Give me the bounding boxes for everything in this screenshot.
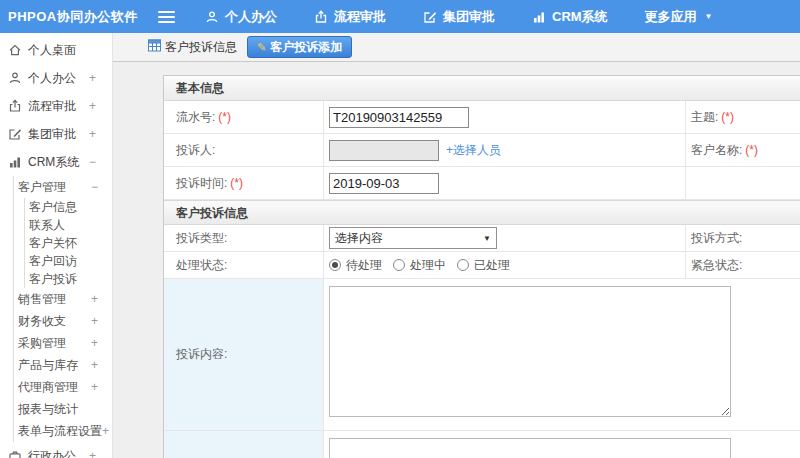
- expand-icon[interactable]: +: [91, 314, 98, 328]
- expand-icon[interactable]: +: [102, 424, 109, 438]
- required-mark: (*): [745, 143, 758, 157]
- next-field-label: [164, 431, 323, 458]
- urgency-label: 紧急状态:: [685, 252, 800, 278]
- sidebar-item-customer-info[interactable]: 客户信息: [25, 198, 112, 216]
- radio-processing[interactable]: [393, 259, 405, 271]
- home-icon: [8, 43, 22, 57]
- form-row-complaint-type: 投诉类型: 选择内容 ▼ 投诉方式:: [164, 225, 800, 252]
- sidebar-item-agents-mgmt[interactable]: 代理商管理 +: [14, 376, 112, 398]
- collapse-icon[interactable]: −: [91, 180, 98, 194]
- topnav-label: 流程审批: [334, 8, 386, 26]
- expand-icon[interactable]: +: [91, 336, 98, 350]
- sidebar-item-customer-callback[interactable]: 客户回访: [25, 252, 112, 270]
- select-personnel-link[interactable]: +选择人员: [446, 142, 501, 159]
- sidebar-item-group-approval[interactable]: 集团审批 +: [0, 120, 112, 148]
- tab-bar: 客户投诉信息 ✎ 客户投诉添加: [113, 33, 800, 62]
- tab-label: 客户投诉添加: [270, 39, 342, 56]
- expand-icon[interactable]: +: [91, 380, 98, 394]
- form-row-next: [164, 431, 800, 458]
- topnav-label: 个人办公: [225, 8, 277, 26]
- top-bar: PHPOA协同办公软件 个人办公 流程审批 集团审批 CRM系统: [0, 0, 800, 33]
- serial-input[interactable]: [329, 107, 469, 128]
- required-mark: (*): [721, 110, 734, 124]
- sidebar-item-contacts[interactable]: 联系人: [25, 216, 112, 234]
- topnav-workflow-approval[interactable]: 流程审批: [314, 8, 386, 26]
- expand-icon[interactable]: +: [89, 71, 96, 85]
- tab-complaint-list[interactable]: 客户投诉信息: [148, 39, 237, 56]
- expand-icon[interactable]: +: [91, 292, 98, 306]
- topnav-crm-system[interactable]: CRM系统: [532, 8, 608, 26]
- customer-mgmt-submenu: 客户信息 联系人 客户关怀 客户回访 客户投诉: [24, 198, 112, 288]
- form-row-complaint-content: 投诉内容:: [164, 279, 800, 431]
- complaint-type-select[interactable]: 选择内容 ▼: [329, 227, 497, 249]
- process-status-radios: 待处理 处理中 已处理: [329, 257, 516, 274]
- sidebar-item-customer-complaint[interactable]: 客户投诉: [25, 270, 112, 288]
- sidebar-item-products-inventory[interactable]: 产品与库存 +: [14, 354, 112, 376]
- complaint-type-label: 投诉类型:: [164, 225, 323, 251]
- expand-icon[interactable]: +: [89, 449, 96, 458]
- select-value: 选择内容: [335, 230, 383, 247]
- topnav-personal-office[interactable]: 个人办公: [205, 8, 277, 26]
- sidebar-item-label: CRM系统: [28, 154, 79, 171]
- topnav-group-approval[interactable]: 集团审批: [423, 8, 495, 26]
- sidebar-item-workflow-approval[interactable]: 流程审批 +: [0, 92, 112, 120]
- process-status-label: 处理状态:: [164, 252, 323, 278]
- next-field-textarea[interactable]: [329, 438, 731, 458]
- user-icon: [205, 10, 219, 24]
- sidebar: 个人桌面 个人办公 + 流程审批 + 集团审批 +: [0, 33, 113, 458]
- expand-icon[interactable]: +: [89, 99, 96, 113]
- approval-edit-icon: [423, 10, 437, 24]
- main-area: 客户投诉信息 ✎ 客户投诉添加 基本信息 流水号: (*): [113, 33, 800, 458]
- required-mark: (*): [230, 176, 243, 190]
- pencil-icon: ✎: [257, 42, 266, 53]
- app-logo: PHPOA协同办公软件: [0, 8, 150, 26]
- sidebar-item-sales-mgmt[interactable]: 销售管理 +: [14, 288, 112, 310]
- sidebar-item-crm-system[interactable]: CRM系统 −: [0, 148, 112, 176]
- expand-icon[interactable]: +: [91, 358, 98, 372]
- sidebar-item-reports-stats[interactable]: 报表与统计: [14, 398, 112, 420]
- complaint-time-input[interactable]: [329, 173, 439, 194]
- sidebar-item-admin-office[interactable]: 行政办公 +: [0, 442, 112, 458]
- complaint-content-textarea[interactable]: [329, 286, 731, 417]
- sidebar-item-label: 集团审批: [28, 126, 76, 143]
- topnav-label: 集团审批: [443, 8, 495, 26]
- complaint-form-panel: 基本信息 流水号: (*) 主题: (*): [163, 75, 800, 458]
- caret-down-icon: ▼: [705, 12, 713, 21]
- complainant-input: [329, 140, 439, 161]
- tab-label: 客户投诉信息: [165, 39, 237, 56]
- sidebar-item-purchasing[interactable]: 采购管理 +: [14, 332, 112, 354]
- crm-submenu: 客户管理 − 客户信息 联系人 客户关怀 客户回访 客户投诉 销售管理 + 财务…: [13, 176, 112, 442]
- briefcase-icon: [8, 449, 22, 458]
- hamburger-menu-icon[interactable]: [158, 11, 175, 23]
- topnav-label: 更多应用: [645, 8, 697, 26]
- sidebar-item-personal-office[interactable]: 个人办公 +: [0, 64, 112, 92]
- topnav-more-apps[interactable]: 更多应用 ▼: [645, 8, 713, 26]
- sidebar-item-customer-care[interactable]: 客户关怀: [25, 234, 112, 252]
- form-row-complainant: 投诉人: +选择人员 客户名称: (*): [164, 134, 800, 167]
- radio-pending[interactable]: [329, 259, 341, 271]
- sidebar-item-form-flow-settings[interactable]: 表单与流程设置 +: [14, 420, 112, 442]
- form-row-complaint-time: 投诉时间: (*): [164, 167, 800, 200]
- expand-icon[interactable]: +: [89, 127, 96, 141]
- complaint-method-label: 投诉方式:: [685, 225, 800, 251]
- section-header-complaint-info: 客户投诉信息: [164, 200, 800, 225]
- serial-label: 流水号: (*): [164, 101, 323, 133]
- sidebar-item-label: 个人办公: [28, 70, 76, 87]
- sidebar-item-personal-desktop[interactable]: 个人桌面: [0, 36, 112, 64]
- collapse-icon[interactable]: −: [89, 155, 96, 169]
- sidebar-item-label: 行政办公: [28, 448, 76, 458]
- tab-complaint-add[interactable]: ✎ 客户投诉添加: [247, 36, 352, 58]
- bar-chart-icon: [8, 155, 22, 169]
- sidebar-item-label: 个人桌面: [28, 42, 76, 59]
- bar-chart-icon: [532, 10, 546, 24]
- sidebar-item-finance[interactable]: 财务收支 +: [14, 310, 112, 332]
- form-row-process-status: 处理状态: 待处理 处理中 已处理 紧急状态:: [164, 252, 800, 279]
- top-nav: 个人办公 流程审批 集团审批 CRM系统 更多应用 ▼: [205, 8, 713, 26]
- form-row-serial: 流水号: (*) 主题: (*): [164, 101, 800, 134]
- radio-processed[interactable]: [457, 259, 469, 271]
- empty-cell: [685, 167, 800, 199]
- caret-down-icon: ▼: [483, 234, 491, 243]
- sidebar-item-customer-mgmt[interactable]: 客户管理 −: [14, 176, 112, 198]
- sidebar-item-label: 客户管理: [18, 179, 66, 196]
- topnav-label: CRM系统: [552, 8, 608, 26]
